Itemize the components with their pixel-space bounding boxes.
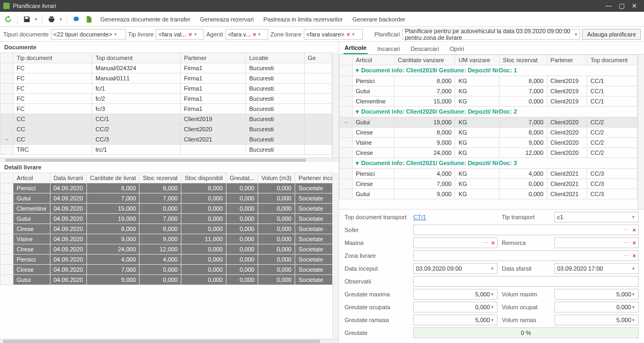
column-header[interactable]: Cantitate vanzare [394,55,455,65]
column-header[interactable]: Cantitate de livrat [86,173,140,183]
table-row[interactable]: CCCC/1Client2019Bucuresti [1,114,332,124]
clear-icon[interactable]: × [633,252,636,259]
filter-agenti-field[interactable]: <fara v...×▾ [225,29,268,40]
documente-grid[interactable]: Tip documentTop documentPartenerLocatieG… [0,53,332,158]
filter-zone-field[interactable]: <fara valoare>×▾ [304,29,363,40]
minimize-button[interactable]: — [602,2,615,10]
table-row[interactable]: CCCC/2Client2020Bucuresti [1,124,332,135]
action-gen-rezervari[interactable]: Genereaza rezervari [196,16,258,23]
table-row[interactable]: Piersici04.09.20204,0004,0000,0000,0000,… [1,255,333,265]
tab-descarcari[interactable]: Descarcari [409,43,440,54]
column-header[interactable]: Partener [547,55,587,65]
horizontal-scrollbar[interactable] [0,158,339,162]
table-row[interactable]: Piersici4,000KG4,000Client2021CC/3 [340,169,638,179]
table-row[interactable]: FCManual/024324Firma1Bucuresti [1,63,332,73]
masina-input[interactable]: ⋯× [413,237,497,248]
group-header-row[interactable]: ▾Document info: Client2019/ Gestiune: De… [340,65,638,76]
table-row[interactable]: Visine9,000KG9,000Client2020CC/2 [340,138,638,148]
print-dropdown[interactable]: ▾ [58,17,63,22]
table-row[interactable]: Cirese24,000KG12,000Client2020CC/2 [340,148,638,158]
column-header[interactable]: Locatie [246,53,304,63]
table-row[interactable]: Piersici8,000KG8,000Client2019CC/1 [340,76,638,86]
data-inceput-input[interactable]: 03.09.2020 09:00▾ [413,263,497,274]
tab-opriri[interactable]: Opriri [449,43,465,54]
maximize-button[interactable]: ▢ [615,2,628,10]
detalii-grid[interactable]: ArticolData livrariiCantitate de livratS… [0,173,332,339]
table-row[interactable]: Gutui7,000KG7,000Client2019CC/1 [340,86,638,96]
articole-grid[interactable]: ArticolCantitate vanzareUM vanzareStoc r… [339,55,638,209]
document-button[interactable] [83,13,95,25]
table-row[interactable]: Visine04.09.20209,0009,00011,0000,0000,0… [1,234,333,244]
column-header[interactable]: Volum (m3) [258,173,295,183]
clear-icon[interactable]: × [188,31,192,38]
greutate-ocupata-input[interactable]: 0,000▾ [413,302,497,312]
vertical-scrollbar[interactable] [332,173,339,339]
table-row[interactable]: Cirese7,000KG0,000Client2021CC/3 [340,179,638,189]
table-row[interactable]: →Gutui19,000KG7,000Client2020CC/2 [340,117,638,128]
sofer-input[interactable]: ⋯× [413,225,639,235]
greutate-ramasa-input[interactable]: 5,000▾ [413,315,497,325]
column-header[interactable]: Ge [304,53,332,63]
settings-button[interactable] [70,13,82,25]
table-row[interactable]: FCfc/3Firma1Bucuresti [1,104,332,114]
filter-tipuri-field[interactable]: <22 tipuri documente>▾ [51,29,126,40]
table-row[interactable]: Gutui04.09.202019,0007,0000,0000,0000,00… [1,214,333,224]
column-header[interactable]: Articol [13,173,50,183]
column-header[interactable]: UM vanzare [455,55,499,65]
table-row[interactable]: FCfc/2Firma1Bucuresti [1,94,332,104]
print-button[interactable] [46,13,57,25]
table-row[interactable]: FCfc/1Firma1Bucuresti [1,84,332,94]
table-row[interactable]: Cirese04.09.20208,0008,0000,0000,0000,00… [1,224,333,234]
group-header-row[interactable]: ▾Document info: Client2020/ Gestiune: De… [340,107,638,117]
column-header[interactable]: Stoc disponibil [181,173,226,183]
tab-articole[interactable]: Articole [343,42,368,54]
column-header[interactable]: Tip document [13,53,92,63]
table-row[interactable]: Gutui04.09.20209,0000,0000,0000,0000,000… [1,275,333,285]
refresh-button[interactable] [2,13,14,25]
remorca-input[interactable]: ⋯× [554,237,639,248]
table-row[interactable]: Gutui04.09.20207,0007,0000,0000,0000,000… [1,193,333,204]
top-doc-link[interactable]: CT/1 [413,214,497,220]
clear-icon[interactable]: × [633,240,636,246]
column-header[interactable]: Top document [587,55,638,65]
action-backorder[interactable]: Generare backorder [348,16,409,23]
group-header-row[interactable]: ▾Document info: Client2021/ Gestiune: De… [340,158,638,169]
table-row[interactable]: →Piersici04.09.20208,0008,0008,0000,0000… [1,183,333,193]
save-dropdown[interactable]: ▾ [34,17,39,22]
column-header[interactable]: Data livrarii [50,173,86,183]
table-row[interactable]: Clementine15,000KG0,000Client2019CC/1 [340,96,638,107]
table-row[interactable]: Cirese04.09.202024,00012,0000,0000,0000,… [1,244,333,255]
column-header[interactable]: Partener incarcare [295,173,332,183]
save-button[interactable] [21,13,33,25]
volum-ramas-input[interactable]: 5,000▾ [554,315,639,325]
table-row[interactable]: Cirese8,000KG8,000Client2020CC/2 [340,128,638,138]
vertical-scrollbar[interactable] [638,55,644,209]
horizontal-scrollbar[interactable] [0,339,339,343]
table-row[interactable]: Clementine04.09.202015,0000,0000,0000,00… [1,204,333,214]
table-row[interactable]: Cirese04.09.20207,0000,0000,0000,0000,00… [1,265,333,275]
close-button[interactable]: ✕ [628,2,641,10]
clear-icon[interactable]: × [492,240,495,246]
column-header[interactable]: Top document [92,53,181,63]
data-sfarsit-input[interactable]: 03.09.2020 17:00▾ [554,263,639,274]
table-row[interactable]: FCManual/0111Firma1Bucuresti [1,73,332,84]
action-gen-transfer[interactable]: Genereaza documente de transfer [96,16,195,23]
column-header[interactable]: Greutat... [226,173,258,183]
volum-ocupat-input[interactable]: 0,000▾ [554,302,639,312]
greutate-max-input[interactable]: 5,000▾ [413,289,497,300]
table-row[interactable]: TRCtrc/1Bucuresti [1,145,332,155]
plan-select[interactable]: Planificare pentru pe autovehiculul la d… [402,29,580,40]
table-row[interactable]: Gutui9,000KG0,000Client2021CC/3 [340,189,638,199]
tip-transport-select[interactable]: c1▾ [554,212,639,222]
vertical-scrollbar[interactable] [332,53,339,158]
column-header[interactable]: Partener [180,53,246,63]
column-header[interactable]: Stoc rezervat [499,55,547,65]
observatii-input[interactable] [413,276,639,287]
clear-icon[interactable]: × [253,31,256,38]
column-header[interactable]: Stoc rezervat [140,173,181,183]
column-header[interactable]: Articol [353,55,394,65]
action-pastreaza[interactable]: Pastreaza in limita rezervarilor [259,16,347,23]
table-row[interactable]: →CCCC/3Client2021Bucuresti [1,135,332,145]
zona-input[interactable]: ⋯× [413,250,639,261]
filter-tiplivrare-field[interactable]: <fara val...×▾ [156,29,204,40]
